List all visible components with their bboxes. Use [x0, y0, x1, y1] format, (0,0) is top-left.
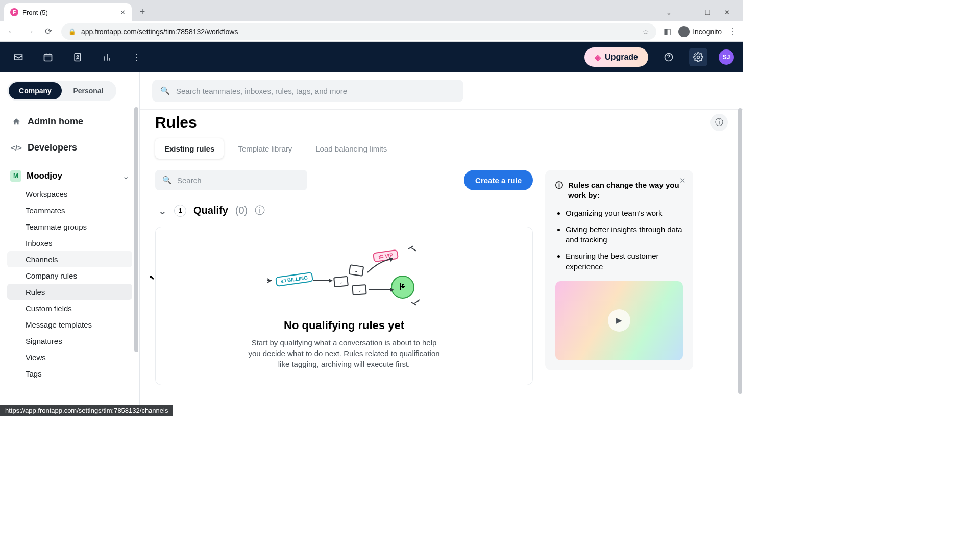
calendar-icon[interactable]: [39, 48, 57, 66]
sidebar-org[interactable]: M Moodjoy ⌄: [7, 166, 132, 186]
svg-rect-0: [44, 54, 52, 61]
sidebar-label: Developers: [28, 142, 77, 153]
tab-title: Front (5): [22, 9, 48, 16]
sidebar-developers[interactable]: </> Developers: [7, 138, 132, 157]
sidebar-item-inboxes[interactable]: Inboxes: [7, 235, 132, 251]
browser-tab[interactable]: F Front (5) ✕: [4, 3, 132, 21]
page-info-button[interactable]: ⓘ: [710, 114, 728, 131]
svg-point-2: [77, 56, 78, 57]
favicon-icon: F: [10, 8, 18, 16]
incognito-badge: Incognito: [678, 26, 722, 37]
sidebar-item-teammate-groups[interactable]: Teammate groups: [7, 218, 132, 235]
scope-toggle: Company Personal: [7, 81, 116, 101]
tab-existing-rules[interactable]: Existing rules: [155, 138, 224, 159]
main: 🔍 Search teammates, inboxes, rules, tags…: [140, 72, 743, 416]
tabs-dropdown-icon[interactable]: ⌄: [666, 9, 672, 16]
play-icon: ▶: [608, 309, 630, 332]
empty-title: No qualifying rules yet: [176, 319, 512, 332]
url-text: app.frontapp.com/settings/tim:7858132/wo…: [81, 28, 238, 36]
chrome-menu-icon[interactable]: ⋮: [729, 27, 737, 36]
main-scrollbar[interactable]: [738, 108, 742, 394]
sidebar-admin-home[interactable]: Admin home: [7, 112, 132, 131]
illustration: 🏷 BILLING 🏷 VIP 🗄: [176, 242, 512, 314]
sidebar: Company Personal Admin home </> Develope…: [0, 72, 140, 416]
global-search[interactable]: 🔍 Search teammates, inboxes, rules, tags…: [152, 80, 463, 102]
incognito-label: Incognito: [693, 28, 722, 36]
search-icon: 🔍: [162, 176, 172, 185]
section-count: (0): [235, 205, 248, 216]
empty-description: Start by qualifying what a conversation …: [247, 337, 441, 369]
sidebar-scrollbar[interactable]: [134, 107, 138, 352]
sidebar-item-workspaces[interactable]: Workspaces: [7, 186, 132, 202]
tabs: Existing rules Template library Load bal…: [155, 138, 728, 159]
panel-bullet: Giving better insights through data and …: [566, 224, 683, 245]
panel-bullet: Ensuring the best customer experience: [566, 251, 683, 272]
chevron-down-icon[interactable]: ⌄: [158, 205, 167, 217]
sidebar-item-rules[interactable]: Rules: [7, 284, 132, 300]
address-bar[interactable]: 🔒 app.frontapp.com/settings/tim:7858132/…: [61, 23, 656, 40]
forward-icon: →: [24, 27, 36, 37]
url-bar: ← → ⟳ 🔒 app.frontapp.com/settings/tim:78…: [0, 21, 743, 42]
section-header[interactable]: ⌄ 1 Qualify (0) ⓘ: [155, 204, 533, 217]
info-icon[interactable]: ⓘ: [255, 204, 265, 217]
incognito-icon: [678, 26, 690, 37]
page-title: Rules: [155, 114, 197, 131]
analytics-icon[interactable]: [98, 48, 116, 66]
org-name: Moodjoy: [27, 171, 62, 181]
sidebar-item-company-rules[interactable]: Company rules: [7, 267, 132, 284]
inbox-icon[interactable]: [9, 48, 28, 66]
panel-bullet: Organizing your team's work: [566, 208, 683, 218]
arrows-icon: [267, 245, 421, 311]
sidebar-item-views[interactable]: Views: [7, 349, 132, 365]
search-icon: 🔍: [160, 86, 170, 95]
minimize-icon[interactable]: ―: [685, 9, 692, 16]
close-window-icon[interactable]: ✕: [724, 9, 730, 16]
avatar[interactable]: SJ: [719, 49, 734, 65]
help-icon[interactable]: [659, 48, 678, 66]
panel-title: Rules can change the way you work by:: [568, 180, 683, 201]
status-bar: https://app.frontapp.com/settings/tim:78…: [0, 405, 173, 416]
sidebar-item-signatures[interactable]: Signatures: [7, 333, 132, 349]
maximize-icon[interactable]: ❐: [705, 9, 711, 16]
reload-icon[interactable]: ⟳: [43, 26, 54, 37]
contacts-icon[interactable]: [68, 48, 87, 66]
bookmark-icon[interactable]: ☆: [643, 28, 649, 36]
section-name: Qualify: [193, 205, 228, 216]
close-icon[interactable]: ✕: [679, 176, 686, 185]
chevron-down-icon: ⌄: [122, 171, 129, 181]
sidebar-item-channels[interactable]: Channels: [7, 251, 132, 267]
toggle-company[interactable]: Company: [9, 82, 62, 99]
empty-state-card: 🏷 BILLING 🏷 VIP 🗄 No qualifying rules ye…: [155, 227, 533, 385]
create-rule-button[interactable]: Create a rule: [464, 170, 533, 190]
extensions-icon[interactable]: ◧: [664, 27, 671, 36]
tab-bar: F Front (5) ✕ + ⌄ ― ❐ ✕: [0, 0, 743, 21]
tab-template-library[interactable]: Template library: [229, 138, 301, 159]
settings-icon[interactable]: [689, 48, 707, 66]
sidebar-item-tags[interactable]: Tags: [7, 365, 132, 382]
upgrade-button[interactable]: ◈ Upgrade: [584, 47, 648, 67]
window-controls: ⌄ ― ❐ ✕: [666, 9, 739, 21]
info-icon: ⓘ: [555, 180, 563, 201]
rules-search[interactable]: 🔍 Search: [155, 170, 307, 190]
search-placeholder: Search teammates, inboxes, rules, tags, …: [176, 87, 347, 95]
sidebar-label: Admin home: [28, 116, 83, 127]
upgrade-label: Upgrade: [605, 53, 638, 62]
close-tab-icon[interactable]: ✕: [120, 9, 126, 16]
back-icon[interactable]: ←: [6, 27, 17, 37]
sidebar-item-custom-fields[interactable]: Custom fields: [7, 300, 132, 316]
home-icon: [11, 117, 21, 127]
app-header: ⋮ ◈ Upgrade SJ: [0, 42, 743, 72]
new-tab-button[interactable]: +: [135, 4, 150, 19]
svg-point-4: [697, 56, 700, 59]
org-badge: M: [10, 170, 21, 182]
code-icon: </>: [11, 143, 21, 152]
diamond-icon: ◈: [595, 53, 601, 62]
tab-load-balancing[interactable]: Load balancing limits: [306, 138, 396, 159]
video-thumbnail[interactable]: ▶: [555, 281, 683, 360]
more-icon[interactable]: ⋮: [128, 48, 146, 66]
info-panel: ✕ ⓘ Rules can change the way you work by…: [545, 170, 693, 370]
toggle-personal[interactable]: Personal: [62, 82, 115, 99]
section-number: 1: [174, 205, 186, 217]
sidebar-item-teammates[interactable]: Teammates: [7, 202, 132, 218]
sidebar-item-message-templates[interactable]: Message templates: [7, 316, 132, 333]
